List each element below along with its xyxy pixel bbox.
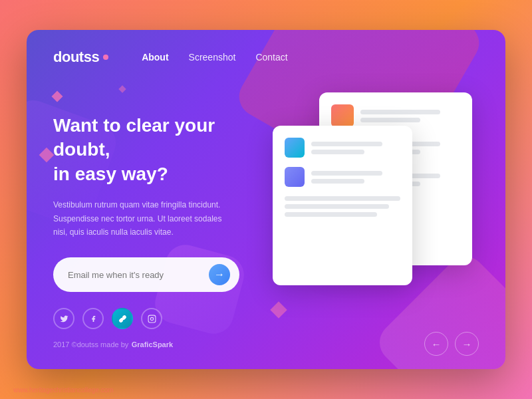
email-submit-button[interactable]: → bbox=[209, 264, 230, 285]
mock-color-indigo bbox=[285, 167, 305, 187]
navigation-arrows: ← → bbox=[424, 332, 479, 356]
mock-row-front-1 bbox=[285, 138, 400, 158]
small-diamond bbox=[52, 91, 63, 102]
mock-text-lines bbox=[285, 196, 400, 217]
mock-line bbox=[360, 110, 440, 114]
mock-line bbox=[285, 212, 377, 217]
nav-screenshot[interactable]: Screenshot bbox=[189, 52, 236, 63]
prev-arrow-icon: ← bbox=[432, 338, 442, 350]
mock-color-red bbox=[331, 104, 354, 127]
footer-copyright: 2017 ©doutss made by GraficSpark bbox=[53, 338, 173, 350]
mock-line bbox=[285, 196, 400, 201]
arrow-right-icon: → bbox=[214, 269, 225, 281]
mock-row-1 bbox=[331, 104, 460, 127]
footer-text: 2017 ©doutss made by bbox=[53, 340, 128, 348]
link-icon[interactable] bbox=[112, 308, 133, 329]
mock-color-blue-2 bbox=[285, 138, 305, 158]
main-content: Want to clear your doubt, in easy way? V… bbox=[27, 66, 505, 329]
mock-line bbox=[311, 171, 382, 176]
main-card: doutss About Screenshot Contact Want to … bbox=[27, 30, 505, 369]
social-row bbox=[53, 308, 253, 329]
nav-about[interactable]: About bbox=[142, 52, 168, 63]
next-button[interactable]: → bbox=[455, 332, 479, 356]
right-column bbox=[266, 86, 479, 312]
svg-point-2 bbox=[154, 317, 154, 317]
navbar: doutss About Screenshot Contact bbox=[27, 30, 505, 66]
next-arrow-icon: → bbox=[462, 338, 472, 350]
mock-line bbox=[311, 142, 382, 146]
mock-lines-front-2 bbox=[311, 171, 400, 184]
logo: doutss bbox=[53, 49, 108, 66]
hero-description: Vestibulum rutrum quam vitae fringilla t… bbox=[53, 198, 226, 239]
svg-point-1 bbox=[150, 317, 153, 320]
mock-line bbox=[360, 118, 420, 122]
mock-row-front-2 bbox=[285, 167, 400, 187]
twitter-icon[interactable] bbox=[53, 308, 74, 329]
mock-line bbox=[311, 179, 364, 184]
left-column: Want to clear your doubt, in easy way? V… bbox=[53, 86, 253, 329]
nav-contact[interactable]: Contact bbox=[255, 52, 287, 63]
svg-rect-0 bbox=[148, 315, 156, 323]
mockup-card-front bbox=[273, 126, 412, 285]
footer-brand: GraficSpark bbox=[132, 340, 173, 348]
prev-button[interactable]: ← bbox=[424, 332, 448, 356]
card-footer: 2017 ©doutss made by GraficSpark ← → bbox=[27, 332, 505, 356]
mock-lines-1 bbox=[360, 110, 460, 122]
logo-dot bbox=[103, 55, 108, 60]
email-input[interactable] bbox=[68, 270, 202, 280]
email-form[interactable]: → bbox=[53, 257, 239, 292]
watermark: www.heritagechristiancollege.com bbox=[13, 386, 114, 394]
facebook-icon[interactable] bbox=[82, 308, 104, 329]
mock-line bbox=[285, 204, 389, 209]
hero-title: Want to clear your doubt, in easy way? bbox=[53, 114, 253, 186]
mock-line bbox=[311, 150, 364, 154]
logo-text: doutss bbox=[53, 49, 99, 66]
instagram-icon[interactable] bbox=[141, 308, 162, 329]
mock-lines-front-1 bbox=[311, 142, 400, 154]
outer-background: doutss About Screenshot Contact Want to … bbox=[0, 0, 532, 399]
